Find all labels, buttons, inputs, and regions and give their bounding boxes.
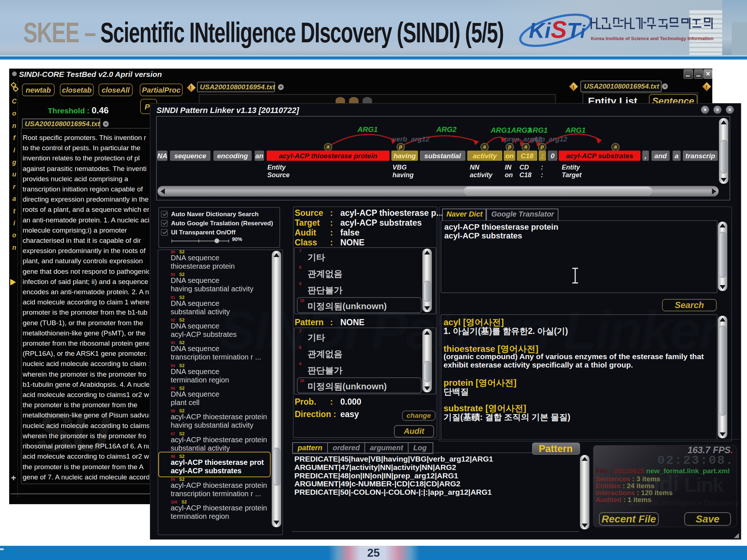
svg-text:KiSTi: KiSTi [529, 16, 586, 43]
svg-text:Korea Institute of Science and: Korea Institute of Science and Technolog… [591, 36, 713, 41]
